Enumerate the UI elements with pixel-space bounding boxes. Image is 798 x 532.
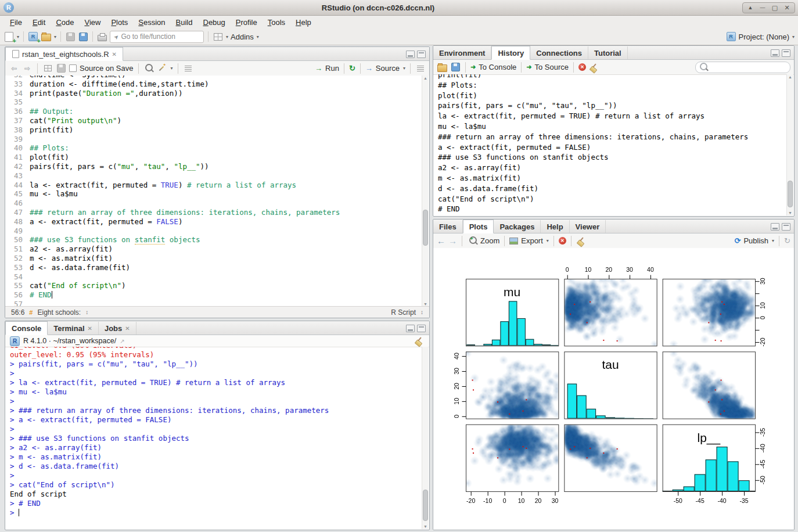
outline-icon[interactable]	[415, 63, 426, 74]
open-file-button[interactable]	[41, 31, 51, 42]
history-line[interactable]: plot(fit)	[438, 91, 794, 101]
pane-maximize-button[interactable]	[417, 325, 426, 332]
history-line[interactable]: print(fit)	[438, 74, 794, 80]
console-version-path[interactable]: R 4.1.0 · ~/rstan_workspace/	[23, 337, 116, 345]
menu-file[interactable]: File	[5, 17, 27, 28]
code-tools-caret-icon[interactable]: ▾	[171, 66, 173, 71]
menu-profile[interactable]: Profile	[231, 17, 263, 28]
to-console-button[interactable]: To Console	[479, 63, 516, 71]
history-line[interactable]: pairs(fit, pars = c("mu", "tau", "lp__")…	[438, 100, 794, 111]
tab-tutorial[interactable]: Tutorial	[588, 46, 628, 59]
popout-icon[interactable]	[42, 63, 53, 74]
tab-connections[interactable]: Connections	[530, 46, 588, 59]
menu-edit[interactable]: Edit	[27, 17, 51, 28]
pane-minimize-button[interactable]	[771, 49, 779, 57]
remove-entries-icon[interactable]: ✕	[578, 63, 586, 71]
history-line[interactable]: ## Plots:	[438, 80, 794, 91]
new-file-caret-icon[interactable]: ▾	[17, 34, 19, 39]
history-search-input[interactable]	[695, 62, 790, 73]
publish-caret-icon[interactable]: ▾	[772, 238, 774, 243]
tab-jobs[interactable]: Jobs✕	[99, 322, 136, 335]
previous-plot-icon[interactable]: ←	[437, 236, 445, 246]
refresh-plot-icon[interactable]: ↻	[784, 236, 790, 245]
next-plot-icon[interactable]: →	[448, 236, 457, 246]
pane-maximize-button[interactable]	[782, 49, 790, 57]
history-list[interactable]: print(fit)## Plots:plot(fit)pairs(fit, p…	[433, 74, 794, 216]
clear-history-icon[interactable]	[589, 62, 599, 73]
chunk-selector[interactable]: Eight schools:	[37, 308, 81, 317]
load-history-icon[interactable]	[437, 62, 447, 73]
save-button[interactable]	[65, 31, 76, 42]
history-line[interactable]: mu <- la$mu	[438, 121, 794, 132]
history-line[interactable]: a2 <- as.array(fit)	[438, 163, 794, 173]
maximize-window-button[interactable]: ▢	[770, 3, 780, 12]
forward-icon[interactable]: ⇨	[22, 63, 33, 74]
tab-viewer[interactable]: Viewer	[570, 220, 606, 233]
addins-button[interactable]: Addins	[231, 33, 254, 41]
pane-maximize-button[interactable]	[782, 223, 790, 231]
menu-code[interactable]: Code	[51, 17, 79, 28]
history-line[interactable]: m <- as.matrix(fit)	[438, 173, 794, 184]
save-all-button[interactable]	[78, 31, 88, 42]
menu-debug[interactable]: Debug	[198, 17, 231, 28]
history-scrollbar[interactable]: ▲ ▼	[786, 74, 793, 215]
pane-minimize-button[interactable]	[406, 325, 415, 332]
source-caret-icon[interactable]: ▾	[403, 66, 405, 71]
history-line[interactable]: d <- as.data.frame(fit)	[438, 184, 794, 194]
remove-plot-icon[interactable]: ✕	[559, 237, 566, 245]
tab-console[interactable]: Console	[5, 321, 48, 335]
code-tools-icon[interactable]	[157, 63, 167, 74]
back-icon[interactable]: ⇦	[9, 63, 19, 74]
menu-tools[interactable]: Tools	[263, 17, 290, 28]
pane-layout-caret-icon[interactable]: ▾	[226, 34, 228, 39]
code-editor[interactable]: 32end.time <- Sys.time()33duration <- di…	[5, 76, 429, 307]
file-type-selector[interactable]: R Script	[391, 308, 416, 317]
tab-plots[interactable]: Plots	[463, 220, 494, 233]
history-line[interactable]: ### use S3 functions on stanfit objects	[438, 152, 794, 163]
source-on-save-checkbox[interactable]	[69, 64, 77, 72]
publish-button[interactable]: Publish	[743, 236, 768, 245]
goto-file-input[interactable]: ➤ Go to file/function	[110, 31, 204, 43]
editor-scrollbar[interactable]: ▲ ▼	[422, 76, 429, 307]
close-tab-icon[interactable]: ✕	[112, 51, 117, 57]
history-line[interactable]: a <- extract(fit, permuted = FALSE)	[438, 142, 794, 153]
history-line[interactable]: cat("End of script\n")	[438, 194, 794, 204]
console-output[interactable]: ci_level: 0.8 (80% intervals)outer_level…	[5, 347, 429, 530]
project-menu-button[interactable]: Project: (None)	[739, 33, 789, 41]
rerun-icon[interactable]: ↻	[349, 64, 355, 73]
save-history-icon[interactable]	[450, 62, 461, 73]
console-scrollbar[interactable]: ▼	[422, 347, 429, 529]
tab-terminal[interactable]: Terminal✕	[48, 322, 99, 335]
menu-view[interactable]: View	[79, 17, 106, 28]
close-terminal-icon[interactable]: ✕	[88, 325, 92, 332]
pane-minimize-button[interactable]	[406, 51, 415, 58]
export-button[interactable]: Export	[521, 236, 543, 245]
tab-history[interactable]: History	[491, 46, 530, 60]
shade-window-button[interactable]: ▲	[745, 3, 756, 12]
compile-report-icon[interactable]	[183, 63, 193, 74]
history-line[interactable]: # END	[438, 204, 794, 214]
run-button[interactable]: Run	[325, 64, 339, 73]
menu-build[interactable]: Build	[171, 17, 198, 28]
history-line[interactable]: la <- extract(fit, permuted = TRUE) # re…	[438, 111, 794, 121]
print-button[interactable]	[97, 31, 107, 42]
close-jobs-icon[interactable]: ✕	[125, 325, 130, 332]
pane-layout-button[interactable]	[213, 31, 223, 42]
addins-caret-icon[interactable]: ▾	[257, 34, 259, 39]
open-file-caret-icon[interactable]: ▾	[54, 34, 56, 39]
close-window-button[interactable]: ✕	[782, 3, 792, 12]
export-caret-icon[interactable]: ▾	[547, 238, 549, 243]
history-line[interactable]: ### return an array of three dimensions:…	[438, 132, 794, 142]
find-icon[interactable]	[143, 63, 154, 74]
menu-plots[interactable]: Plots	[106, 17, 133, 28]
source-button[interactable]: Source	[376, 64, 400, 73]
tab-files[interactable]: Files	[433, 220, 463, 233]
zoom-button[interactable]: Zoom	[480, 236, 499, 245]
save-file-icon[interactable]	[56, 63, 66, 74]
clear-plots-icon[interactable]	[576, 236, 587, 246]
open-dir-icon[interactable]: ↗	[120, 338, 124, 344]
tab-rstan-test-eightschools[interactable]: rstan_test_eightschools.R ✕	[5, 47, 123, 61]
clear-console-icon[interactable]	[414, 336, 425, 346]
pane-maximize-button[interactable]	[417, 51, 426, 58]
to-source-button[interactable]: To Source	[534, 63, 569, 71]
